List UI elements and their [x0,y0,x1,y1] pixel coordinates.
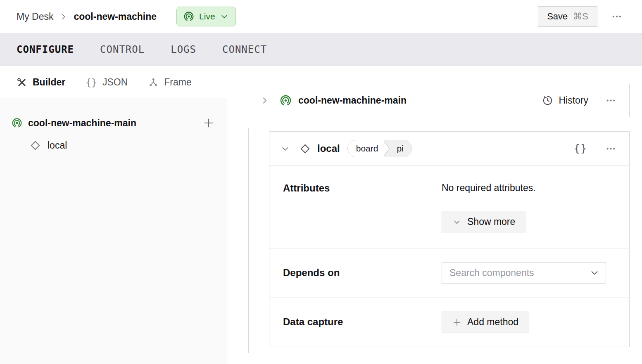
braces-icon: {} [86,77,97,88]
show-more-label: Show more [467,216,515,227]
plus-icon [452,318,461,327]
tree-item-machine-part[interactable]: cool-new-machine-main [12,113,214,133]
mode-frame-label: Frame [164,77,191,88]
component-type: board [348,140,384,157]
badge-chevron-divider [383,140,392,157]
chevron-down-icon [453,218,461,226]
chevron-down-icon [220,12,228,21]
tree-indent-guide [248,128,249,353]
tab-logs[interactable]: LOGS [171,44,196,55]
save-shortcut: ⌘S [573,11,588,22]
broadcast-icon [183,11,194,22]
data-capture-label: Data capture [283,316,442,328]
chevron-right-icon [260,96,269,105]
data-capture-section: Data capture Add method [269,298,629,347]
component-type-badge: board pi [347,140,412,157]
config-sidebar: Builder {} JSON Frame [0,66,227,364]
sidebar-mode-json[interactable]: {} JSON [86,77,128,88]
attributes-empty-text: No required attributes. [442,182,617,194]
frame-axes-icon [148,77,159,88]
config-main-panel: cool-new-machine-main History [227,66,642,364]
ellipsis-icon [611,11,622,22]
component-menu-button[interactable] [603,141,618,156]
part-expand-button[interactable] [259,95,270,106]
part-menu-button[interactable] [603,93,618,108]
sidebar-mode-frame[interactable]: Frame [148,77,191,88]
top-bar: My Desk cool-new-machine Live Save ⌘S [0,0,642,33]
history-button[interactable]: History [542,95,588,106]
machine-status-dropdown[interactable]: Live [176,7,236,26]
data-capture-body: Add method [442,312,617,333]
depends-on-body [442,262,617,284]
chevron-down-icon [281,144,290,153]
depends-on-search-input[interactable] [449,267,590,279]
show-more-button[interactable]: Show more [442,211,526,233]
tree-part-label: cool-new-machine-main [28,118,136,129]
machine-nav-tabs: CONFIGURE CONTROL LOGS CONNECT [0,33,642,66]
depends-on-select[interactable] [442,262,606,284]
part-card-title: cool-new-machine-main [298,95,407,106]
sidebar-mode-switch: Builder {} JSON Frame [0,66,227,99]
attributes-label: Attributes [283,182,442,194]
sidebar-mode-builder[interactable]: Builder [17,77,65,88]
component-collapse-button[interactable] [280,144,290,154]
tree-component-label: local [48,140,67,151]
component-title: local [317,143,340,154]
breadcrumb-chevron-icon [59,13,67,21]
add-method-label: Add method [467,317,518,328]
component-card: local board pi {} [269,131,630,347]
tools-icon [17,77,27,88]
content-area: Builder {} JSON Frame [0,66,642,364]
save-button[interactable]: Save ⌘S [538,6,597,27]
broadcast-icon [12,118,22,128]
machine-status-label: Live [199,12,215,21]
breadcrumb-current: cool-new-machine [74,11,157,22]
add-method-button[interactable]: Add method [442,312,529,333]
diamond-icon [300,143,311,154]
mode-builder-label: Builder [33,77,65,88]
depends-on-section: Depends on [269,248,629,298]
depends-on-label: Depends on [283,267,442,279]
tab-connect[interactable]: CONNECT [222,44,267,55]
attributes-body: No required attributes. Show more [442,182,617,233]
save-label: Save [547,11,568,22]
attributes-section: Attributes No required attributes. Show … [269,165,629,248]
plus-icon [203,117,214,129]
part-card: cool-new-machine-main History [248,84,630,117]
tab-control[interactable]: CONTROL [100,44,145,55]
clock-history-icon [542,95,553,106]
mode-json-label: JSON [102,77,128,88]
machine-tree: cool-new-machine-main local [0,99,227,155]
chevron-down-icon [590,268,599,277]
json-toggle-button[interactable]: {} [574,143,587,154]
breadcrumb-parent-link[interactable]: My Desk [17,11,53,22]
tab-configure[interactable]: CONFIGURE [17,44,74,55]
breadcrumb: My Desk cool-new-machine [17,11,157,22]
history-label: History [559,95,588,106]
ellipsis-icon [606,95,616,106]
tree-item-component-local[interactable]: local [12,135,214,155]
ellipsis-icon [606,144,616,154]
component-card-header: local board pi {} [269,132,629,165]
broadcast-icon [280,95,292,106]
header-menu-button[interactable] [609,9,625,24]
diamond-icon [30,140,41,151]
app-root: My Desk cool-new-machine Live Save ⌘S [0,0,642,364]
add-component-button[interactable] [203,117,214,129]
component-model: pi [392,140,411,157]
